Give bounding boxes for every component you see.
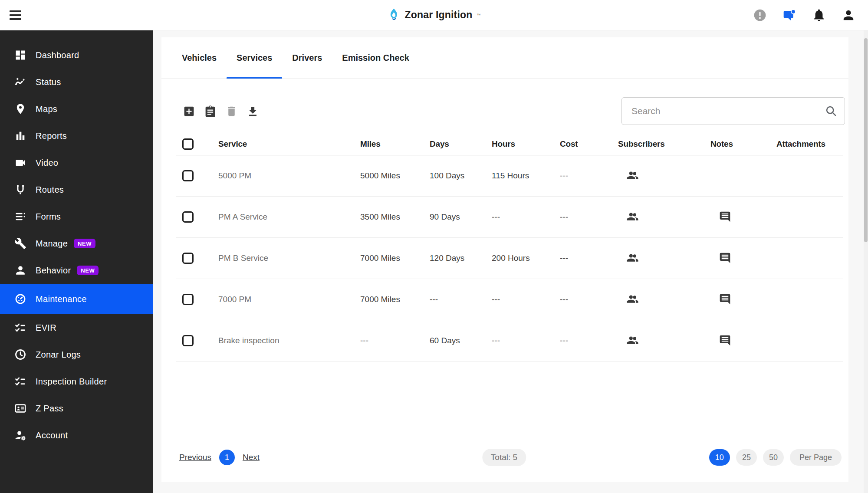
trash-icon[interactable] [225, 105, 238, 118]
checklist-icon [14, 375, 27, 388]
previous-page-link[interactable]: Previous [179, 453, 211, 462]
sidebar-item-maps[interactable]: Maps [0, 95, 153, 122]
brand-logo: Zonar Ignition ™ [387, 8, 480, 23]
next-page-link[interactable]: Next [243, 453, 260, 462]
search-input[interactable] [621, 97, 845, 125]
row-checkbox[interactable] [182, 294, 194, 305]
top-header: Zonar Ignition ™ [0, 0, 868, 30]
miles-value: 7000 Miles [360, 295, 430, 304]
sidebar-item-account[interactable]: Account [0, 422, 153, 449]
notes-comment-icon[interactable] [718, 252, 731, 265]
tab-drivers[interactable]: Drivers [282, 37, 332, 79]
sidebar-item-label: Video [36, 158, 58, 168]
page-size-10[interactable]: 10 [709, 449, 730, 466]
hours-value: 115 Hours [492, 171, 560, 181]
service-name: 5000 PM [218, 171, 360, 181]
forms-list-icon [14, 210, 27, 223]
sidebar-item-evir[interactable]: EVIR [0, 314, 153, 341]
main-content: Vehicles Services Drivers Emission Check… [153, 30, 868, 493]
row-checkbox[interactable] [182, 211, 194, 223]
sidebar-item-label: Reports [36, 131, 67, 141]
sidebar-item-inspection-builder[interactable]: Inspection Builder [0, 368, 153, 395]
gauge-icon [14, 293, 27, 306]
dashboard-icon [14, 49, 27, 62]
subscribers-group-icon[interactable] [626, 334, 639, 347]
hours-value: --- [492, 212, 560, 222]
menu-icon[interactable] [10, 7, 31, 24]
download-icon[interactable] [246, 105, 259, 118]
search-box [621, 97, 845, 125]
sidebar-item-label: Z Pass [36, 404, 63, 414]
flame-icon [387, 8, 400, 23]
sidebar-item-z-pass[interactable]: Z Pass [0, 395, 153, 422]
page-size-50[interactable]: 50 [763, 449, 784, 466]
bar-chart-icon [14, 129, 27, 142]
miles-value: --- [360, 336, 430, 345]
sidebar-item-label: Zonar Logs [36, 350, 81, 360]
alert-icon[interactable] [753, 8, 767, 23]
select-all-checkbox[interactable] [182, 138, 194, 150]
cost-value: --- [560, 295, 618, 304]
hours-value: 200 Hours [492, 253, 560, 263]
miles-value: 5000 Miles [360, 171, 430, 181]
col-miles: Miles [360, 139, 430, 149]
account-person-icon[interactable] [841, 8, 856, 23]
days-value: 100 Days [430, 171, 492, 181]
page-size-25[interactable]: 25 [736, 449, 757, 466]
tab-emission-check[interactable]: Emission Check [332, 37, 419, 79]
brand-name: Zonar Ignition [404, 9, 472, 21]
days-value: --- [430, 295, 492, 304]
subscribers-group-icon[interactable] [626, 169, 639, 182]
new-badge: NEW [77, 266, 99, 275]
subscribers-group-icon[interactable] [626, 252, 639, 265]
subscribers-group-icon[interactable] [626, 293, 639, 306]
search-icon[interactable] [825, 105, 837, 117]
sidebar-item-label: Dashboard [36, 50, 79, 60]
trademark-mark: ™ [477, 13, 481, 17]
subscribers-group-icon[interactable] [626, 210, 639, 223]
service-name: 7000 PM [218, 295, 360, 304]
add-icon[interactable] [182, 105, 195, 118]
sidebar-item-routes[interactable]: Routes [0, 176, 153, 203]
new-badge: NEW [74, 239, 95, 248]
status-icon [14, 76, 27, 89]
notifications-bell-icon[interactable] [812, 8, 826, 23]
sidebar-item-reports[interactable]: Reports [0, 122, 153, 149]
person-gear-icon [14, 429, 27, 442]
notes-comment-icon[interactable] [718, 210, 731, 223]
chat-icon[interactable] [782, 8, 797, 23]
notes-comment-icon[interactable] [718, 334, 731, 347]
sidebar-item-label: Maintenance [36, 294, 87, 304]
total-count-badge: Total: 5 [482, 449, 526, 466]
col-notes: Notes [710, 139, 776, 149]
scrollbar-thumb[interactable] [864, 38, 868, 242]
sidebar-item-zonar-logs[interactable]: Zonar Logs [0, 341, 153, 368]
services-table: Service Miles Days Hours Cost Subscriber… [161, 133, 848, 362]
notes-comment-icon[interactable] [718, 293, 731, 306]
map-pin-icon [14, 102, 27, 115]
sidebar-item-maintenance[interactable]: Maintenance [0, 284, 153, 314]
row-checkbox[interactable] [182, 253, 194, 264]
miles-value: 3500 Miles [360, 212, 430, 222]
person-icon [14, 264, 27, 277]
sidebar-item-behavior[interactable]: Behavior NEW [0, 257, 153, 284]
wrench-icon [14, 237, 27, 250]
row-checkbox[interactable] [182, 170, 194, 181]
sidebar-item-video[interactable]: Video [0, 149, 153, 176]
tab-vehicles[interactable]: Vehicles [172, 37, 227, 79]
sidebar-item-dashboard[interactable]: Dashboard [0, 42, 153, 69]
col-service: Service [218, 139, 360, 149]
per-page-label: Per Page [790, 449, 842, 466]
sidebar-item-status[interactable]: Status [0, 69, 153, 95]
scrollbar[interactable] [864, 30, 868, 493]
col-attachments: Attachments [776, 139, 843, 149]
row-checkbox[interactable] [182, 335, 194, 346]
clipboard-icon[interactable] [204, 105, 217, 118]
current-page-indicator[interactable]: 1 [219, 450, 235, 465]
sidebar-item-forms[interactable]: Forms [0, 203, 153, 230]
cost-value: --- [560, 171, 618, 181]
tab-services[interactable]: Services [227, 37, 282, 79]
route-icon [14, 183, 27, 196]
table-row: Brake inspection --- 60 Days --- --- [176, 320, 843, 362]
sidebar-item-manage[interactable]: Manage NEW [0, 230, 153, 257]
